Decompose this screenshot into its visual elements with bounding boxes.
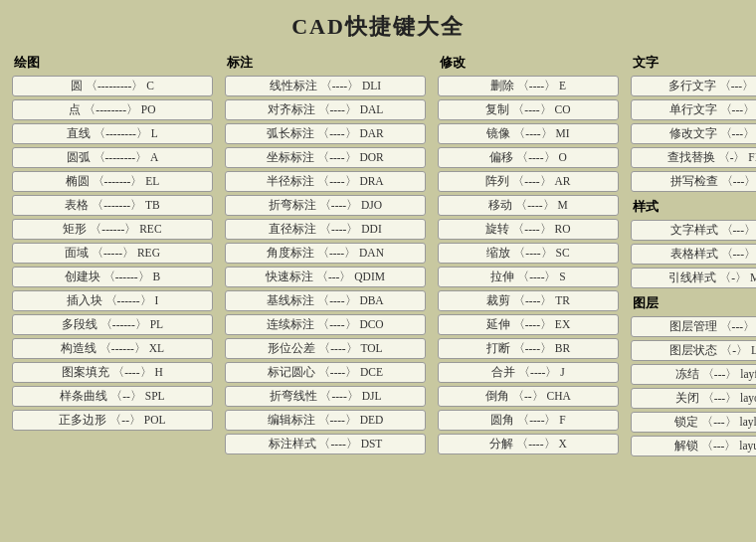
modify-item[interactable]: 倒角 〈--〉 CHA	[438, 386, 619, 407]
annotation-item[interactable]: 直径标注 〈----〉 DDI	[225, 219, 426, 240]
style-item[interactable]: 引线样式 〈-〉 MLS	[631, 268, 756, 288]
section-modify-title: 修改	[438, 54, 619, 72]
drawing-item[interactable]: 圆弧 〈--------〉 A	[12, 147, 213, 168]
modify-item[interactable]: 删除 〈----〉 E	[438, 76, 619, 96]
text-item[interactable]: 单行文字 〈---〉 DT	[631, 99, 756, 120]
annotation-item[interactable]: 角度标注 〈----〉 DAN	[225, 243, 426, 264]
annotation-item[interactable]: 折弯标注 〈----〉 DJO	[225, 195, 426, 216]
annotation-item[interactable]: 连续标注 〈----〉 DCO	[225, 314, 426, 335]
modify-item[interactable]: 合并 〈----〉 J	[438, 362, 619, 383]
drawing-item[interactable]: 表格 〈-------〉 TB	[12, 195, 213, 216]
modify-item[interactable]: 圆角 〈----〉 F	[438, 410, 619, 431]
section-annotation: 标注 线性标注 〈----〉 DLI对齐标注 〈----〉 DAL弧长标注 〈-…	[221, 50, 430, 463]
drawing-item[interactable]: 圆 〈---------〉 C	[12, 76, 213, 96]
modify-item[interactable]: 裁剪 〈----〉 TR	[438, 290, 619, 311]
annotation-item[interactable]: 线性标注 〈----〉 DLI	[225, 76, 426, 96]
drawing-item[interactable]: 样条曲线 〈--〉 SPL	[12, 386, 213, 407]
drawing-item[interactable]: 多段线 〈------〉 PL	[12, 314, 213, 335]
modify-item[interactable]: 阵列 〈----〉 AR	[438, 171, 619, 192]
drawing-item[interactable]: 构造线 〈------〉 XL	[12, 338, 213, 359]
modify-item[interactable]: 偏移 〈----〉 O	[438, 147, 619, 168]
annotation-item[interactable]: 对齐标注 〈----〉 DAL	[225, 99, 426, 120]
section-style-title: 样式	[631, 198, 756, 216]
modify-item[interactable]: 旋转 〈----〉 RO	[438, 219, 619, 240]
annotation-item[interactable]: 半径标注 〈----〉 DRA	[225, 171, 426, 192]
layer-item[interactable]: 关闭 〈---〉 layoff	[631, 388, 756, 409]
modify-item[interactable]: 镜像 〈----〉 MI	[438, 123, 619, 144]
main-grid: 绘图 圆 〈---------〉 C点 〈--------〉 PO直线 〈---…	[0, 50, 756, 471]
section-drawing-title: 绘图	[12, 54, 213, 72]
section-modify: 修改 删除 〈----〉 E复制 〈----〉 CO镜像 〈----〉 MI偏移…	[434, 50, 623, 463]
text-item[interactable]: 修改文字 〈---〉 ED	[631, 123, 756, 144]
drawing-item[interactable]: 插入块 〈------〉 I	[12, 290, 213, 311]
annotation-item[interactable]: 弧长标注 〈----〉 DAR	[225, 123, 426, 144]
layer-item[interactable]: 图层状态 〈-〉 LAS	[631, 340, 756, 361]
annotation-item[interactable]: 坐标标注 〈----〉 DOR	[225, 147, 426, 168]
section-annotation-title: 标注	[225, 54, 426, 72]
drawing-item[interactable]: 点 〈--------〉 PO	[12, 99, 213, 120]
drawing-item[interactable]: 创建块 〈------〉 B	[12, 267, 213, 287]
modify-item[interactable]: 移动 〈----〉 M	[438, 195, 619, 216]
style-item[interactable]: 文字样式 〈---〉 ST	[631, 220, 756, 241]
annotation-items: 线性标注 〈----〉 DLI对齐标注 〈----〉 DAL弧长标注 〈----…	[225, 76, 426, 454]
annotation-item[interactable]: 折弯线性 〈----〉 DJL	[225, 386, 426, 407]
drawing-item[interactable]: 图案填充 〈----〉 H	[12, 362, 213, 383]
layer-item[interactable]: 解锁 〈---〉 layulk	[631, 436, 756, 456]
annotation-item[interactable]: 形位公差 〈----〉 TOL	[225, 338, 426, 359]
layer-items: 图层管理 〈---〉 LA图层状态 〈-〉 LAS冻结 〈---〉 layfrz…	[631, 316, 756, 456]
modify-item[interactable]: 复制 〈----〉 CO	[438, 99, 619, 120]
drawing-item[interactable]: 正多边形 〈--〉 POL	[12, 410, 213, 431]
modify-item[interactable]: 延伸 〈----〉 EX	[438, 314, 619, 335]
modify-item[interactable]: 缩放 〈----〉 SC	[438, 243, 619, 264]
style-item[interactable]: 表格样式 〈---〉 TS	[631, 244, 756, 265]
drawing-item[interactable]: 椭圆 〈-------〉 EL	[12, 171, 213, 192]
section-text-title: 文字	[631, 54, 756, 72]
modify-item[interactable]: 打断 〈----〉 BR	[438, 338, 619, 359]
layer-item[interactable]: 图层管理 〈---〉 LA	[631, 316, 756, 337]
page-title: CAD快捷键大全	[0, 0, 756, 50]
annotation-item[interactable]: 标注样式 〈----〉 DST	[225, 434, 426, 454]
annotation-item[interactable]: 编辑标注 〈----〉 DED	[225, 410, 426, 431]
layer-item[interactable]: 冻结 〈---〉 layfrz	[631, 364, 756, 385]
section-layer-title: 图层	[631, 294, 756, 312]
drawing-item[interactable]: 面域 〈-----〉 REG	[12, 243, 213, 264]
text-item[interactable]: 多行文字 〈---〉 MT	[631, 76, 756, 96]
section-drawing: 绘图 圆 〈---------〉 C点 〈--------〉 PO直线 〈---…	[8, 50, 217, 463]
annotation-item[interactable]: 基线标注 〈----〉 DBA	[225, 290, 426, 311]
text-item[interactable]: 拼写检查 〈---〉 SF	[631, 171, 756, 192]
text-items: 多行文字 〈---〉 MT单行文字 〈---〉 DT修改文字 〈---〉 ED查…	[631, 76, 756, 192]
drawing-item[interactable]: 矩形 〈------〉 REC	[12, 219, 213, 240]
layer-item[interactable]: 锁定 〈---〉 laylck	[631, 412, 756, 433]
drawing-items: 圆 〈---------〉 C点 〈--------〉 PO直线 〈------…	[12, 76, 213, 431]
modify-item[interactable]: 拉伸 〈----〉 S	[438, 267, 619, 287]
drawing-item[interactable]: 直线 〈--------〉 L	[12, 123, 213, 144]
style-items: 文字样式 〈---〉 ST表格样式 〈---〉 TS引线样式 〈-〉 MLS	[631, 220, 756, 288]
text-item[interactable]: 查找替换 〈-〉 FIND	[631, 147, 756, 168]
modify-item[interactable]: 分解 〈----〉 X	[438, 434, 619, 454]
annotation-item[interactable]: 标记圆心 〈----〉 DCE	[225, 362, 426, 383]
modify-items: 删除 〈----〉 E复制 〈----〉 CO镜像 〈----〉 MI偏移 〈-…	[438, 76, 619, 454]
section-right: 文字 多行文字 〈---〉 MT单行文字 〈---〉 DT修改文字 〈---〉 …	[627, 50, 756, 463]
annotation-item[interactable]: 快速标注 〈---〉 QDIM	[225, 267, 426, 287]
